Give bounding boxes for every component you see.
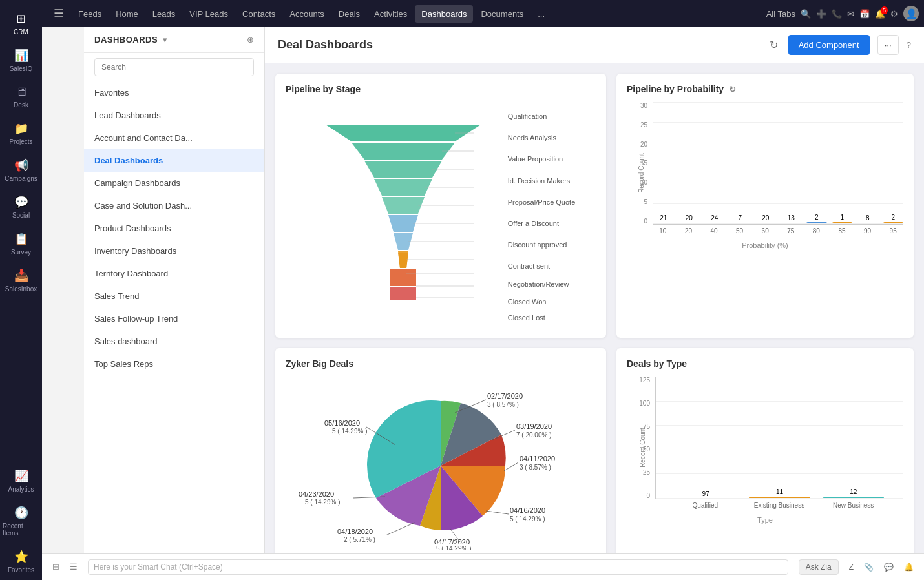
settings-icon[interactable]: ⚙ [890, 9, 898, 19]
bar-40: 24 [704, 214, 725, 224]
sidebar-item-sales-trend[interactable]: Sales Trend [84, 285, 264, 307]
sidebar-search [84, 53, 264, 81]
funnel-label-discount-approved: Discount approved [508, 241, 576, 249]
nav-analytics[interactable]: 📈 Analytics [0, 462, 42, 499]
x-labels-probability: 10 20 40 50 60 75 80 85 90 95 [653, 227, 903, 244]
nav-crm[interactable]: ⊞ CRM [0, 5, 42, 42]
nav-feeds[interactable]: Feeds [72, 5, 108, 23]
sidebar-item-campaign[interactable]: Campaign Dashboards [84, 172, 264, 194]
main-area: DASHBOARDS ▾ ⊕ Favorites Lead Dashboards… [84, 27, 924, 580]
more-options-button[interactable]: ··· [877, 35, 899, 55]
avatar[interactable]: 👤 [903, 6, 919, 21]
bar-existing-business: 11 [749, 488, 810, 499]
sidebar-item-territory[interactable]: Territory Dashboard [84, 262, 264, 285]
nav-salesiq[interactable]: 📊 SalesIQ [0, 42, 42, 79]
svg-text:5 ( 14.29% ): 5 ( 14.29% ) [305, 499, 340, 506]
nav-projects[interactable]: 📁 Projects [0, 115, 42, 152]
help-icon[interactable]: ? [907, 40, 911, 50]
nav-contacts[interactable]: Contacts [236, 5, 282, 23]
dropdown-icon[interactable]: ▾ [163, 35, 167, 45]
add-dashboard-icon[interactable]: ⊕ [247, 35, 254, 45]
sidebar-item-inventory[interactable]: Inventory Dashboards [84, 240, 264, 262]
ask-zia-button[interactable]: Ask Zia [799, 559, 839, 575]
svg-text:5 ( 14.29% ): 5 ( 14.29% ) [436, 545, 471, 550]
deals-by-type-card: Deals by Type Record Count 125 100 75 50… [616, 348, 914, 565]
mail-icon[interactable]: ✉ [847, 9, 854, 19]
pipeline-stage-title: Pipeline by Stage [286, 84, 596, 94]
funnel-label-closed-won: Closed Won [508, 298, 576, 306]
nav-leads[interactable]: Leads [146, 5, 182, 23]
nav-campaigns[interactable]: 📢 Campaigns [0, 152, 42, 189]
funnel-label-contract-sent: Contract sent [508, 262, 576, 271]
nav-salesinbox[interactable]: 📥 SalesInbox [0, 262, 42, 299]
search-icon[interactable]: 🔍 [801, 9, 811, 19]
nav-deals[interactable]: Deals [332, 5, 366, 23]
all-tabs-dropdown[interactable]: All Tabs [766, 9, 795, 19]
probability-refresh-icon[interactable]: ↻ [729, 85, 736, 94]
nav-documents[interactable]: Documents [474, 5, 530, 23]
sidebar-item-top-sales-reps[interactable]: Top Sales Reps [84, 353, 264, 375]
nav-dashboards[interactable]: Dashboards [415, 5, 473, 23]
left-icon-nav: ⊞ CRM 📊 SalesIQ 🖥 Desk 📁 Projects 📢 Camp… [0, 0, 42, 580]
refresh-button[interactable]: ↻ [767, 36, 781, 54]
nav-social[interactable]: 💬 Social [0, 189, 42, 225]
dashboard-title: Deal Dashboards [278, 38, 759, 52]
sidebar-item-account-contact[interactable]: Account and Contact Da... [84, 127, 264, 149]
svg-text:7 ( 20.00% ): 7 ( 20.00% ) [516, 431, 551, 439]
notifications-icon[interactable]: 🔔5 [875, 9, 885, 19]
zia-icon[interactable]: Z [849, 563, 854, 572]
bottom-icon-3[interactable]: 🔔 [904, 563, 914, 572]
bottom-icon-1[interactable]: 📎 [864, 563, 874, 572]
pie-chart-svg: 02/17/2020 3 ( 8.57% ) 03/19/2020 7 ( 20… [286, 382, 596, 550]
nav-recent-items[interactable]: 🕐 Recent Items [0, 499, 42, 543]
svg-marker-2 [364, 161, 442, 178]
bottom-icon-2[interactable]: 💬 [884, 563, 894, 572]
sidebar-item-case-solution[interactable]: Case and Solution Dash... [84, 194, 264, 217]
funnel-label-proposal: Proposal/Price Quote [508, 198, 576, 207]
sidebar-header: DASHBOARDS ▾ ⊕ [84, 27, 264, 53]
svg-line-31 [486, 511, 509, 514]
phone-icon[interactable]: 📞 [832, 9, 842, 19]
nav-more[interactable]: ... [531, 5, 551, 23]
svg-rect-10 [390, 287, 416, 300]
deals-by-type-title: Deals by Type [627, 358, 903, 369]
search-input[interactable] [94, 58, 254, 76]
sidebar-item-favorites[interactable]: Favorites [84, 81, 264, 104]
svg-text:3 ( 8.57% ): 3 ( 8.57% ) [520, 464, 551, 471]
nav-vip-leads[interactable]: VIP Leads [183, 5, 235, 23]
add-component-button[interactable]: Add Component [788, 35, 870, 55]
sidebar-item-product[interactable]: Product Dashboards [84, 217, 264, 240]
svg-text:02/17/2020: 02/17/2020 [487, 392, 523, 400]
y-ticks-probability: 30 25 20 15 10 5 0 [627, 102, 650, 225]
nav-favorites-icon[interactable]: ⭐ Favorites [0, 543, 42, 580]
bar-20: 20 [679, 214, 700, 224]
sidebar-item-deal-dashboards[interactable]: Deal Dashboards [84, 149, 264, 172]
nav-accounts[interactable]: Accounts [283, 5, 330, 23]
nav-survey[interactable]: 📋 Survey [0, 225, 42, 262]
x-labels-deals: Qualified Existing Business New Business [655, 502, 903, 519]
funnel-label-id-decision: Id. Decision Makers [508, 177, 576, 185]
sidebar-item-lead-dashboards[interactable]: Lead Dashboards [84, 104, 264, 127]
svg-text:05/16/2020: 05/16/2020 [324, 419, 360, 427]
smart-chat-placeholder[interactable]: Here is your Smart Chat (Ctrl+Space) [88, 559, 788, 575]
expand-icon[interactable]: ⊞ [52, 562, 59, 572]
hamburger-icon[interactable]: ☰ [47, 6, 70, 21]
pipeline-probability-card: Pipeline by Probability ↻ Record Count 3… [616, 74, 914, 338]
svg-text:04/23/2020: 04/23/2020 [299, 490, 334, 498]
bottom-bar: ⊞ ☰ Here is your Smart Chat (Ctrl+Space)… [42, 553, 924, 580]
calendar-icon[interactable]: 📅 [859, 9, 870, 19]
nav-desk[interactable]: 🖥 Desk [0, 79, 42, 115]
svg-text:04/18/2020: 04/18/2020 [337, 528, 373, 535]
funnel-label-qualification: Qualification [508, 112, 576, 121]
list-icon[interactable]: ☰ [70, 562, 78, 572]
pipeline-stage-card: Pipeline by Stage [275, 74, 606, 338]
sidebar-item-sales-followup[interactable]: Sales Follow-up Trend [84, 307, 264, 330]
sidebar-item-sales-dashboard[interactable]: Sales dashboard [84, 330, 264, 353]
add-icon[interactable]: ➕ [816, 9, 826, 19]
bar-10: 21 [653, 214, 674, 224]
zyker-big-deals-card: Zyker Big Deals [275, 348, 606, 565]
pie-chart-container: 02/17/2020 3 ( 8.57% ) 03/19/2020 7 ( 20… [286, 377, 596, 555]
nav-home[interactable]: Home [109, 5, 145, 23]
nav-activities[interactable]: Activities [368, 5, 414, 23]
bar-new-business: 12 [823, 488, 884, 499]
